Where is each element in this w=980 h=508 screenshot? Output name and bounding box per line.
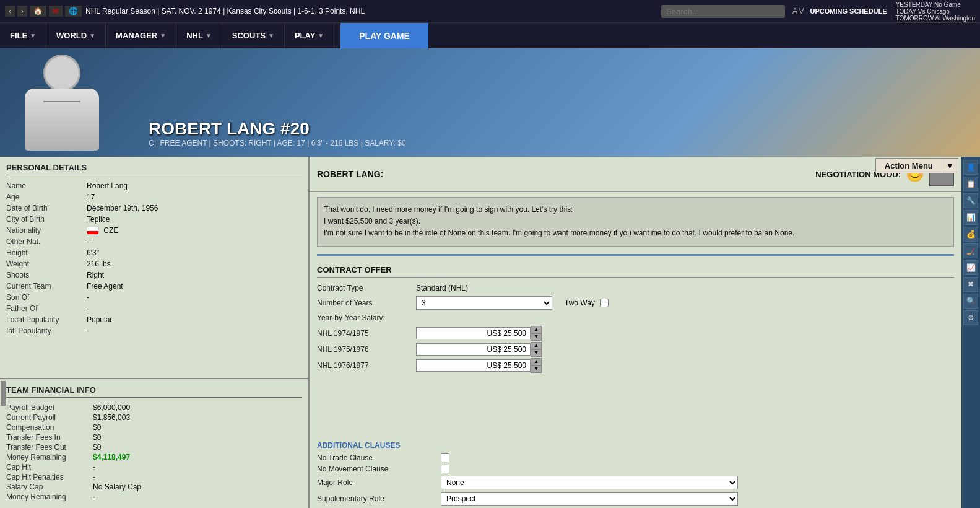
dialogue-line-2: I want $25,500 and 3 year(s). [324,216,947,227]
supplementary-role-select[interactable]: Prospect Rookie Veteran Star [441,492,738,506]
nav-file[interactable]: FILE ▼ [0,23,46,49]
two-way-section: Two Way [565,299,609,307]
sidebar-icon-settings[interactable]: 🔧 [963,193,978,208]
salary-year-3-input[interactable] [416,359,531,372]
sidebar-icon-close[interactable]: ✖ [963,277,978,292]
detail-other-nat: Other Nat. - - [6,236,302,247]
section-divider [317,254,954,256]
player-name-title: ROBERT LANG #20 [149,119,406,139]
salary-year-2-down[interactable]: ▼ [531,349,542,357]
financial-salary-cap: Salary Cap No Salary Cap [6,482,302,492]
status-text: NHL Regular Season | SAT. NOV. 2 1974 | … [85,7,657,15]
back-button[interactable]: ‹ [5,6,15,17]
sidebar-icon-search[interactable]: 🔍 [963,294,978,309]
sidebar-icon-clipboard[interactable]: 📋 [963,177,978,191]
salary-year-2-spinner: ▲ ▼ [416,342,542,357]
financial-compensation: Compensation $0 [6,423,302,432]
detail-father-of: Father Of - [6,303,302,314]
hero-section: ROBERT LANG #20 C | FREE AGENT | SHOOTS:… [0,48,980,157]
czech-flag [87,227,99,235]
salary-year-3-label: NHL 1976/1977 [317,361,416,370]
financial-current-payroll: Current Payroll $1,856,003 [6,413,302,423]
home-button[interactable]: 🏠 [30,6,46,17]
nav-nhl[interactable]: NHL ▼ [176,23,222,49]
salary-year-3-spinner: ▲ ▼ [416,358,542,373]
salary-label: Year-by-Year Salary: [317,313,416,322]
contract-type-row: Contract Type Standard (NHL) [317,284,954,292]
financial-cap-hit: Cap Hit - [6,462,302,472]
major-role-label: Major Role [317,478,441,487]
detail-age: Age 17 [6,191,302,203]
top-bar: ‹ › 🏠 ✉ 🌐 NHL Regular Season | SAT. NOV.… [0,0,980,22]
financial-transfer-out: Transfer Fees Out $0 [6,442,302,452]
action-menu-dropdown[interactable]: ▼ [942,158,958,173]
action-menu-button[interactable]: Action Menu [875,158,942,173]
major-role-select[interactable]: None Top Line Second Line Third Line Fou… [441,476,738,489]
dialogue-line-1: That won't do, I need more money if I'm … [324,204,947,216]
dialogue-line-3: I'm not sure I want to be in the role of… [324,227,947,239]
contract-offer-title: CONTRACT OFFER [317,265,954,278]
schedule-list: YESTERDAY No Game TODAY Vs Chicago TOMOR… [896,1,975,22]
detail-local-popularity: Local Popularity Popular [6,314,302,325]
salary-year-1-input[interactable] [416,327,531,339]
sidebar-icon-money[interactable]: 💰 [963,227,978,242]
detail-city: City of Birth Teplice [6,214,302,225]
salary-year-2-input[interactable] [416,343,531,356]
sidebar-icon-player[interactable]: 👤 [963,160,978,175]
financial-payroll-budget: Payroll Budget $6,000,000 [6,403,302,413]
financial-money-remaining-2: Money Remaining - [6,492,302,502]
salary-year-1-down[interactable]: ▼ [531,333,542,341]
file-arrow: ▼ [30,32,36,39]
salary-year-1: NHL 1974/1975 ▲ ▼ [317,326,954,341]
schedule-today: TODAY Vs Chicago [896,8,975,15]
team-financial-title: TEAM FINANCIAL INFO [6,385,302,398]
nav-manager[interactable]: MANAGER ▼ [106,23,176,49]
major-role-row: Major Role None Top Line Second Line Thi… [317,476,954,489]
forward-button[interactable]: › [17,6,27,17]
nav-play[interactable]: PLAY ▼ [285,23,334,49]
salary-year-3: NHL 1976/1977 ▲ ▼ [317,358,954,373]
additional-clauses-title: ADDITIONAL CLAUSES [317,441,954,450]
two-way-checkbox[interactable] [600,299,609,307]
nav-world[interactable]: WORLD ▼ [46,23,106,49]
scroll-thumb[interactable] [1,381,6,406]
sidebar-icon-chart[interactable]: 📈 [963,260,978,275]
team-financial-section: TEAM FINANCIAL INFO Payroll Budget $6,00… [0,378,308,508]
two-way-label: Two Way [565,299,595,307]
sidebar-icon-hockey[interactable]: 🏒 [963,243,978,258]
salary-year-2: NHL 1975/1976 ▲ ▼ [317,342,954,357]
salary-year-2-up[interactable]: ▲ [531,342,542,349]
contract-years-row: Number of Years 3 1 2 4 5 Two Way [317,296,954,310]
contract-offer-section: CONTRACT OFFER Contract Type Standard (N… [310,259,961,441]
salary-year-2-label: NHL 1975/1976 [317,345,416,354]
contract-type-value: Standard (NHL) [416,284,468,292]
nav-scouts[interactable]: SCOUTS ▼ [222,23,285,49]
salary-year-3-down[interactable]: ▼ [531,366,542,373]
right-sidebar: 👤 📋 🔧 📊 💰 🏒 📈 ✖ 🔍 ⚙ [961,157,980,508]
dialogue-box: That won't do, I need more money if I'm … [317,197,954,247]
salary-year-1-up[interactable]: ▲ [531,326,542,333]
play-game-button[interactable]: PLAY GAME [340,23,428,49]
financial-transfer-in: Transfer Fees In $0 [6,432,302,442]
player-image [12,51,136,157]
negotiation-player-name: ROBERT LANG: [317,169,383,179]
play-arrow: ▼ [318,32,324,39]
sidebar-icon-gear[interactable]: ⚙ [963,310,978,325]
detail-nationality: Nationality CZE [6,225,302,236]
av-indicator: A V [792,7,804,15]
salary-label-row: Year-by-Year Salary: [317,313,954,322]
search-input[interactable] [661,5,785,18]
sidebar-icon-stats[interactable]: 📊 [963,210,978,225]
mail-button[interactable]: ✉ [49,6,63,17]
no-movement-checkbox[interactable] [441,465,449,473]
personal-details-section: PERSONAL DETAILS Name Robert Lang Age 17… [0,157,308,378]
contract-years-select[interactable]: 3 1 2 4 5 [416,296,552,310]
no-trade-label: No Trade Clause [317,453,441,462]
salary-year-3-up[interactable]: ▲ [531,358,542,366]
no-trade-checkbox[interactable] [441,453,449,462]
detail-name: Name Robert Lang [6,180,302,191]
schedule-tomorrow: TOMORROW At Washington [896,15,975,22]
negotiation-header: ROBERT LANG: NEGOTIATION MOOD: 😊 [310,157,961,192]
no-trade-row: No Trade Clause [317,453,954,462]
globe-button[interactable]: 🌐 [65,6,82,17]
